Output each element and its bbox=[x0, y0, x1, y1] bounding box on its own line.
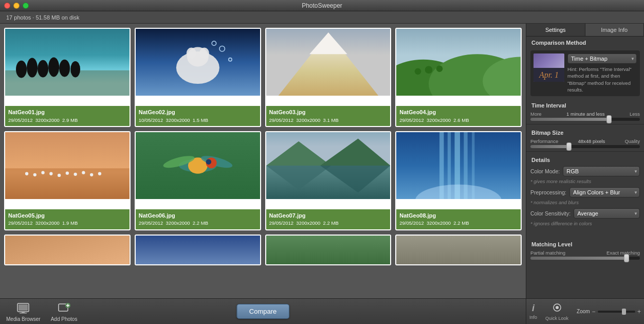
color-mode-select-wrap[interactable]: RGB HSB Grayscale bbox=[563, 166, 640, 176]
svg-point-34 bbox=[25, 172, 28, 175]
photo-meta: 29/05/2012 3200x2000 1.9 MB bbox=[8, 220, 126, 227]
bitmap-size-slider-row: Performance 48x48 pixels Quality bbox=[526, 137, 644, 149]
maximize-button[interactable] bbox=[23, 3, 29, 9]
add-photos-label: Add Photos bbox=[51, 316, 78, 322]
time-interval-center-label: 1 minute and less bbox=[566, 111, 604, 117]
matching-level-thumb[interactable] bbox=[624, 254, 629, 262]
main-layout: NatGeo01.jpg 29/05/2012 3200x2000 2.9 MB bbox=[0, 24, 644, 298]
zoom-plus-icon[interactable]: + bbox=[637, 308, 641, 315]
photo-card-natgeo04[interactable]: NatGeo04.jpg 29/05/2012 3200x2000 2.6 MB bbox=[395, 28, 522, 127]
comparison-method-select-wrap[interactable]: Time + Bitmap Time Interval Bitmap Histo… bbox=[567, 53, 637, 64]
preprocessing-select[interactable]: Align Colors + Blur Align Colors Blur No… bbox=[569, 187, 640, 197]
zoom-track[interactable] bbox=[598, 311, 635, 313]
photo-thumbnail-natgeo08 bbox=[396, 132, 521, 199]
photo-caption-natgeo07: NatGeo07.jpg 29/05/2012 3200x2000 2.2 MB bbox=[266, 209, 391, 229]
photo-meta: 10/05/2012 3200x2000 1.5 MB bbox=[139, 117, 257, 124]
photo-card-partial1[interactable] bbox=[4, 235, 131, 265]
photo-white-space bbox=[5, 96, 130, 106]
comparison-method-hint: Hint: Performs "Time Interval" method at… bbox=[567, 66, 637, 93]
photo-filename: NatGeo01.jpg bbox=[8, 108, 126, 117]
tab-settings[interactable]: Settings bbox=[526, 24, 585, 36]
divider1 bbox=[526, 124, 644, 124]
bitmap-size-labels: Performance 48x48 pixels Quality bbox=[530, 138, 640, 144]
color-mode-hint: * gives more realistic results bbox=[526, 178, 644, 186]
preprocessing-select-wrap[interactable]: Align Colors + Blur Align Colors Blur No… bbox=[569, 187, 640, 197]
color-sensitivity-select[interactable]: Average Low High bbox=[574, 208, 640, 219]
matching-level-fill bbox=[530, 257, 627, 260]
photo-card-partial2[interactable] bbox=[135, 235, 261, 265]
matching-left-label: Partial matching bbox=[530, 250, 565, 256]
svg-point-37 bbox=[49, 172, 52, 175]
info-button[interactable]: i Info bbox=[529, 303, 537, 320]
zoom-label: Zoom bbox=[577, 309, 590, 314]
photo-caption-natgeo01: NatGeo01.jpg 29/05/2012 3200x2000 2.9 MB bbox=[5, 106, 130, 126]
svg-rect-64 bbox=[5, 236, 130, 265]
comparison-method-info: Time + Bitmap Time Interval Bitmap Histo… bbox=[567, 53, 637, 93]
photo-filename: NatGeo02.jpg bbox=[139, 108, 257, 117]
svg-point-18 bbox=[199, 48, 209, 59]
media-browser-button[interactable]: Media Browser bbox=[6, 301, 41, 322]
photo-card-natgeo02[interactable]: NatGeo02.jpg 10/05/2012 3200x2000 1.5 MB bbox=[135, 28, 261, 127]
tab-image-info[interactable]: Image Info bbox=[585, 24, 645, 36]
right-panel: Settings Image Info Comparison Method Ap… bbox=[526, 24, 644, 298]
photo-filename: NatGeo03.jpg bbox=[269, 108, 388, 117]
bitmap-size-thumb[interactable] bbox=[566, 142, 572, 151]
matching-level-track[interactable] bbox=[530, 257, 640, 260]
color-mode-select[interactable]: RGB HSB Grayscale bbox=[563, 166, 640, 176]
photo-white-space bbox=[266, 96, 391, 106]
photo-thumbnail-partial1 bbox=[5, 236, 130, 265]
bitmap-size-track[interactable] bbox=[530, 145, 640, 148]
zoom-thumb[interactable] bbox=[622, 309, 626, 315]
section-comparison-method: Comparison Method bbox=[526, 37, 644, 47]
photo-caption-natgeo02: NatGeo02.jpg 10/05/2012 3200x2000 1.5 MB bbox=[136, 106, 260, 126]
color-sensitivity-select-wrap[interactable]: Average Low High bbox=[574, 208, 640, 219]
color-sensitivity-row: Color Sensitivity: Average Low High bbox=[526, 207, 644, 220]
bitmap-size-left-label: Performance bbox=[530, 138, 558, 144]
main-toolbar: Media Browser Add Photos Compare bbox=[0, 298, 526, 324]
photo-area[interactable]: NatGeo01.jpg 29/05/2012 3200x2000 2.9 MB bbox=[0, 24, 526, 298]
app-title: PhotoSweeper bbox=[302, 2, 342, 9]
quick-look-button[interactable]: Quick Look bbox=[545, 302, 568, 321]
photo-meta: 29/05/2012 3200x2000 2.2 MB bbox=[269, 220, 388, 227]
photo-card-natgeo08[interactable]: NatGeo08.jpg 29/05/2012 3200x2000 2.2 MB bbox=[395, 131, 522, 230]
photo-card-natgeo07[interactable]: NatGeo07.jpg 29/05/2012 3200x2000 2.2 MB bbox=[265, 131, 392, 230]
add-photos-button[interactable]: Add Photos bbox=[51, 301, 78, 322]
photo-meta: 29/05/2012 3200x2000 2.9 MB bbox=[8, 117, 126, 124]
svg-point-36 bbox=[41, 171, 44, 174]
svg-point-13 bbox=[72, 63, 78, 69]
photo-filename: NatGeo06.jpg bbox=[139, 211, 257, 220]
divider2 bbox=[526, 151, 644, 152]
minimize-button[interactable] bbox=[13, 3, 20, 9]
svg-rect-70 bbox=[22, 312, 25, 313]
titlebar: PhotoSweeper bbox=[0, 0, 644, 11]
photo-card-natgeo01[interactable]: NatGeo01.jpg 29/05/2012 3200x2000 2.9 MB bbox=[4, 28, 131, 127]
photo-card-natgeo03[interactable]: NatGeo03.jpg 29/05/2012 3200x2000 3.1 MB bbox=[265, 28, 392, 127]
matching-level-slider-row: Partial matching Exact matching bbox=[526, 249, 644, 261]
photo-card-partial3[interactable] bbox=[265, 235, 392, 265]
photo-card-natgeo06[interactable]: NatGeo06.jpg 29/05/2012 3200x2000 2.2 MB bbox=[135, 131, 261, 230]
photo-white-space bbox=[136, 199, 260, 209]
svg-point-77 bbox=[556, 306, 559, 309]
time-interval-track[interactable] bbox=[530, 118, 640, 121]
zoom-minus-icon[interactable]: − bbox=[592, 308, 596, 315]
time-interval-labels: More 1 minute and less Less bbox=[530, 111, 640, 117]
time-interval-thumb[interactable] bbox=[606, 115, 612, 123]
compare-button[interactable]: Compare bbox=[236, 304, 289, 319]
comparison-method-select[interactable]: Time + Bitmap Time Interval Bitmap Histo… bbox=[567, 53, 637, 64]
photo-meta: 29/05/2012 3200x2000 2.6 MB bbox=[399, 117, 518, 124]
bitmap-size-right-label: Quality bbox=[624, 138, 640, 144]
photo-card-natgeo05[interactable]: NatGeo05.jpg 29/05/2012 3200x2000 1.9 MB bbox=[4, 131, 131, 230]
photo-white-space bbox=[396, 199, 521, 209]
photo-white-space bbox=[266, 199, 391, 209]
svg-rect-65 bbox=[136, 236, 260, 265]
comparison-method-preview: Apr. 1 bbox=[533, 53, 564, 82]
photo-card-partial4[interactable] bbox=[395, 235, 522, 265]
photo-filename: NatGeo05.jpg bbox=[8, 211, 126, 220]
preprocessing-row: Preprocessing: Align Colors + Blur Align… bbox=[526, 186, 644, 199]
info-icon: i bbox=[532, 303, 535, 314]
photo-caption-natgeo03: NatGeo03.jpg 29/05/2012 3200x2000 3.1 MB bbox=[266, 106, 391, 126]
close-button[interactable] bbox=[4, 3, 10, 9]
svg-point-7 bbox=[40, 62, 46, 69]
section-details: Details bbox=[526, 154, 644, 165]
section-time-interval: Time Interval bbox=[526, 99, 644, 110]
